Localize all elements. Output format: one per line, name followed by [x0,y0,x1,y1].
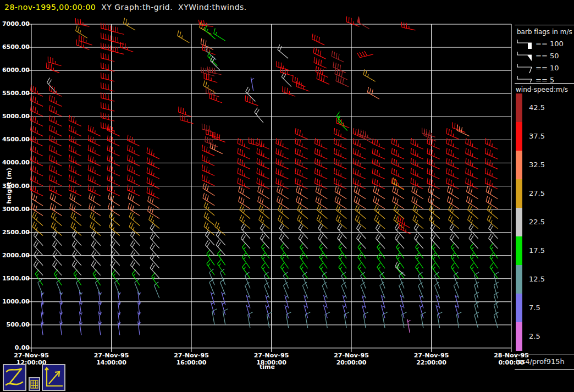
wind-barb [54,270,62,285]
wind-barb [238,148,250,159]
y-tick-label: 500.00 [1,322,30,328]
y-tick-label: 4000.00 [1,159,30,166]
wind-barb [93,270,101,285]
wind-barb [30,105,43,116]
wind-barb [49,125,62,136]
wind-barb [198,20,213,26]
grid-view-button[interactable] [29,377,40,391]
wind-barb [264,282,269,298]
wind-barb [474,292,479,308]
legend-divider-top [515,25,574,25]
wind-barb [357,51,373,58]
graph-view-button[interactable] [42,364,65,391]
wind-barb [207,260,214,275]
y-tick-label: 6500.00 [1,44,30,51]
wind-barb [450,234,459,249]
wind-barb [204,73,217,82]
wind-barb [238,158,250,169]
wind-barb [494,282,498,298]
wind-barb [127,145,140,156]
wind-barb [485,168,498,179]
wind-barb [211,56,220,70]
x-tick-date: 27-Nov-95 [167,352,216,359]
wind-barb [367,87,379,99]
wind-barb [457,125,470,136]
wind-barb [334,148,346,159]
wind-barb [30,125,43,136]
wind-barb [276,158,289,169]
y-tick-label: 6000.00 [1,67,30,74]
wind-barb [257,148,269,159]
station-label: iss4/prof915h [516,357,565,366]
app-window: 28-nov-1995,00:00:00 XY Graph:th-grid. X… [0,0,574,392]
wind-barb [363,312,368,328]
wind-barb [315,148,328,159]
wind-barb [334,128,346,139]
station-divider-top [515,355,574,355]
wind-barb [30,145,43,156]
x-tick-date: 27-Nov-95 [407,352,456,359]
wind-barb [357,16,369,29]
wind-barb [315,168,328,179]
wind-barb [322,282,327,298]
colorbar-segment [516,294,522,322]
wind-barb [344,312,349,328]
title-datetime: 28-nov-1995,00:00:00 [4,3,96,12]
colorbar-value-label: 37.5 [529,132,545,140]
wind-barb [245,282,250,298]
graph-icon [43,365,64,390]
wind-barb [69,135,81,146]
wind-barb [220,279,225,295]
wind-barb [49,145,62,156]
wind-barb [88,154,101,165]
wind-barb [295,128,308,139]
wind-barb [276,148,289,159]
wind-barb [286,312,291,328]
wind-barb [432,263,439,278]
wind-barb [49,95,62,106]
colorbar-segment [516,93,522,122]
wind-barb [399,282,404,298]
wind-barb [334,158,346,169]
x-tick-time: 16:00:00 [167,360,216,366]
wind-barb [212,309,217,325]
colorbar-title: wind-speed:m/s [516,86,568,93]
wind-barb [421,312,426,328]
wind-barb [246,87,256,101]
wind-barb [416,263,423,278]
wind-barb [300,263,307,278]
wind-barb-plot[interactable] [31,24,511,348]
wind-barb [363,69,376,81]
wind-barb [76,40,89,50]
wind-barb [241,234,250,249]
wind-barb [466,148,478,159]
wind-barb [212,132,225,142]
y-tick-label: 1500.00 [1,275,30,282]
wind-barb [112,270,120,285]
wind-barb [312,34,325,45]
wind-barb [339,263,346,278]
wind-barb [49,175,62,186]
barb-flag-legend-item: == 10 [516,62,559,74]
wind-barb [315,158,328,169]
colorbar-value-label: 17.5 [529,246,545,255]
x-tick-date: 27-Nov-95 [247,352,296,359]
wind-barb [127,165,140,176]
wind-barb [147,168,159,179]
barb-flag-icon-full [516,62,533,74]
wind-barb [49,105,62,116]
wind-barb [494,312,498,328]
wind-barb [75,18,89,26]
y-tick-label: 5500.00 [1,90,30,97]
y-tick-label: 7000.00 [1,21,30,27]
wind-barb [53,261,62,275]
wind-barb [314,57,327,68]
zeb-logo-button[interactable] [3,364,26,391]
wind-barb [257,158,269,169]
wind-barb [217,260,225,275]
wind-barb [245,96,258,106]
wind-barb [380,282,385,298]
wind-barb [49,135,62,146]
wind-barb [470,263,478,278]
wind-barb [356,234,366,249]
